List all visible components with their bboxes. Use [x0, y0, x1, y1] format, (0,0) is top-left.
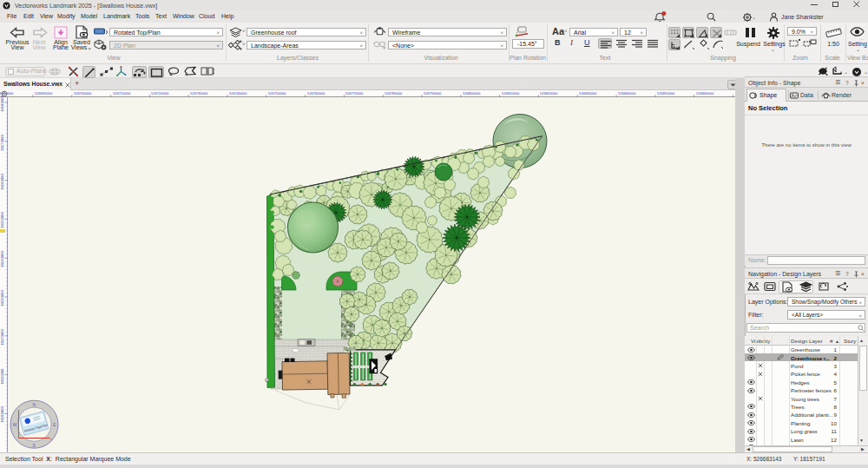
svg-text:N: N — [33, 402, 36, 407]
svg-text:x: x — [50, 437, 52, 441]
svg-text:W: W — [13, 422, 17, 427]
